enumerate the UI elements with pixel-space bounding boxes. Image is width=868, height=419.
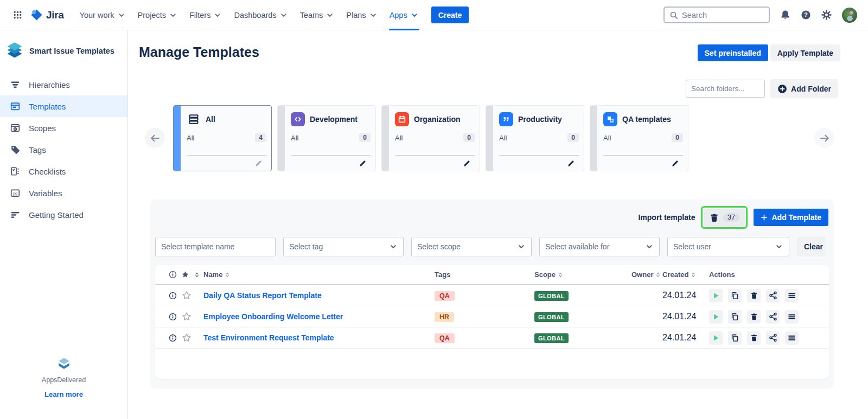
help-icon[interactable]: ? [801, 10, 811, 20]
share-template-button[interactable] [766, 289, 780, 302]
learn-more-link[interactable]: Learn more [44, 390, 83, 398]
info-icon[interactable] [169, 334, 177, 342]
delete-template-button[interactable] [747, 310, 761, 324]
folder-card-4[interactable]: QA templates All 0 [590, 105, 688, 171]
sidebar-item-4[interactable]: Checklists [0, 160, 127, 182]
folder-name: All [206, 115, 215, 124]
info-icon[interactable] [169, 292, 177, 300]
nav-item-5[interactable]: Plans [340, 0, 383, 30]
edit-pencil-icon[interactable] [672, 159, 679, 167]
sidebar-item-3[interactable]: Tags [0, 139, 127, 160]
column-header-4[interactable]: Created [662, 270, 709, 279]
copy-template-button[interactable] [728, 331, 742, 345]
folder-search-input[interactable] [686, 80, 765, 98]
page-title: Manage Templates [139, 44, 259, 60]
folder-card-0[interactable]: All All 4 [173, 105, 272, 171]
column-header-1[interactable]: Tags [435, 270, 534, 279]
row-actions [709, 289, 815, 302]
nav-item-3[interactable]: Dashboards [228, 0, 293, 30]
nav-item-0[interactable]: Your work [74, 0, 132, 30]
edit-pencil-icon[interactable] [255, 159, 263, 167]
delete-template-button[interactable] [747, 331, 761, 345]
user-avatar[interactable] [842, 8, 857, 23]
apply-template-button[interactable]: Apply Template [770, 44, 840, 61]
star-icon[interactable] [182, 291, 192, 300]
filter-select-0[interactable]: Select tag [283, 237, 404, 256]
folder-card-1[interactable]: Development All 0 [277, 105, 376, 171]
share-icon [769, 333, 777, 342]
filter-select-value: Select tag [289, 242, 323, 251]
run-template-button[interactable] [709, 310, 723, 324]
more-actions-button[interactable] [785, 310, 799, 324]
nav-item-6[interactable]: Apps [384, 0, 425, 30]
sort-icon[interactable] [194, 272, 200, 278]
sidebar-item-0[interactable]: Hierarchies [0, 74, 127, 95]
more-actions-button[interactable] [785, 289, 799, 302]
share-template-button[interactable] [766, 310, 780, 324]
folder-subtitle: All [291, 134, 298, 142]
tag-badge: HR [435, 312, 454, 322]
set-preinstalled-button[interactable]: Set preinstalled [698, 44, 768, 61]
template-name-filter-input[interactable] [155, 237, 276, 256]
sidebar-item-2[interactable]: Scopes [0, 117, 127, 139]
column-header-0[interactable]: Name [203, 270, 435, 279]
app-title: Smart Issue Templates [29, 47, 114, 55]
column-header-2[interactable]: Scope [534, 270, 631, 279]
app-switcher-icon[interactable] [9, 7, 26, 24]
share-template-button[interactable] [766, 331, 780, 345]
carousel-next-button[interactable] [814, 128, 834, 148]
edit-pencil-icon[interactable] [463, 159, 471, 167]
star-icon[interactable] [181, 270, 189, 279]
global-search[interactable] [663, 7, 770, 23]
edit-pencil-icon[interactable] [359, 159, 367, 167]
nav-item-4[interactable]: Teams [294, 0, 341, 30]
notifications-icon[interactable] [780, 10, 790, 20]
folder-card-2[interactable]: Organization All 0 [381, 105, 480, 171]
sidebar-item-1[interactable]: Templates [0, 95, 127, 117]
template-trash-button[interactable]: 37 [704, 209, 745, 226]
nav-item-1[interactable]: Projects [132, 0, 183, 30]
run-template-button[interactable] [709, 331, 723, 345]
import-template-link[interactable]: Import template [638, 213, 695, 222]
chevron-down-icon [775, 242, 783, 251]
trash-count-badge: 37 [723, 213, 739, 222]
add-folder-button[interactable]: Add Folder [770, 79, 838, 98]
star-icon[interactable] [182, 312, 192, 321]
filter-select-value: Select scope [417, 242, 461, 251]
filter-bar: Select tag Select scope Select available… [155, 237, 829, 256]
settings-icon[interactable] [821, 10, 832, 20]
copy-template-button[interactable] [728, 289, 742, 302]
jira-brand[interactable]: Jira [30, 9, 64, 21]
templates-table: Name Tags Scope [155, 265, 829, 379]
template-name-link[interactable]: Daily QA Status Report Template [203, 291, 435, 300]
sidebar-footer: AppsDelivered Learn more [0, 356, 127, 419]
run-template-button[interactable] [709, 289, 723, 302]
search-input[interactable] [682, 11, 752, 20]
template-name-link[interactable]: Test Environment Request Template [203, 333, 435, 342]
folder-card-3[interactable]: Productivity All 0 [486, 105, 584, 171]
table-header: Name Tags Scope [155, 265, 829, 285]
delete-template-button[interactable] [747, 289, 761, 302]
edit-pencil-icon[interactable] [567, 159, 575, 167]
sidebar-item-5[interactable]: (x) Variables [0, 182, 127, 204]
more-actions-button[interactable] [785, 331, 799, 345]
add-template-button[interactable]: Add Template [754, 209, 828, 226]
sidebar-item-6[interactable]: Getting Started [0, 204, 127, 225]
info-icon[interactable] [169, 313, 177, 321]
nav-item-2[interactable]: Filters [183, 0, 228, 30]
jira-app: Jira Your work Projects Filters [0, 0, 868, 419]
create-button[interactable]: Create [431, 7, 469, 23]
copy-template-button[interactable] [728, 310, 742, 324]
column-header-5[interactable]: Actions [709, 270, 815, 279]
filter-select-3[interactable]: Select user [667, 237, 789, 256]
filter-select-1[interactable]: Select scope [411, 237, 532, 256]
hamburger-icon [788, 334, 796, 342]
filter-select-2[interactable]: Select available for [539, 237, 660, 256]
template-name-link[interactable]: Employee Onboarding Welcome Letter [203, 312, 435, 321]
clear-filters-button[interactable]: Clear [797, 237, 825, 256]
column-header-3[interactable]: Owner [631, 270, 662, 279]
folder-card-body: Organization All 0 [389, 106, 480, 171]
carousel-prev-button[interactable] [145, 128, 165, 148]
nav-item-label: Projects [138, 11, 166, 20]
star-icon[interactable] [182, 333, 192, 343]
